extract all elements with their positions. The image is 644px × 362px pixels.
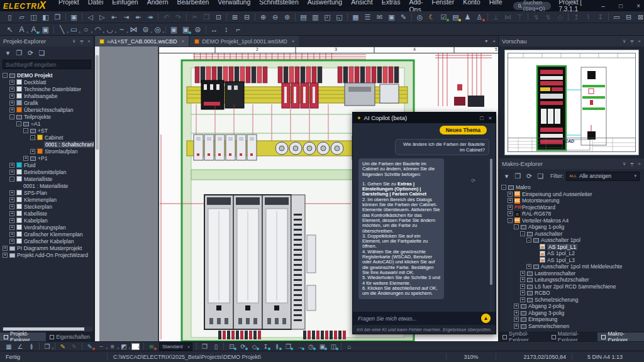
expand-icon[interactable]: + [9,218,14,223]
zoom-in-icon[interactable]: ⊕ [257,12,269,22]
project-tree-item[interactable]: +Steckerplan [0,203,94,210]
send-button[interactable]: ▲ [481,314,491,323]
hatch-fill-icon[interactable]: ◩ [118,343,130,351]
expand-icon[interactable]: + [9,211,14,216]
selection-icon[interactable]: ⊠ [635,12,644,22]
cross-reference-icon[interactable]: ◱ [333,12,345,22]
curve-tool-icon[interactable]: ~ [116,25,128,35]
project-tree-item[interactable]: -Teilprojekte [0,113,94,120]
snap-dim-icon[interactable]: ≬ [271,343,282,351]
table-icon[interactable]: ▦ [350,12,362,22]
ellipse-tool-icon[interactable]: ⊜ [140,25,152,35]
project-tree-item[interactable]: +SPS-Plan [0,189,94,196]
copilot-input[interactable]: Fragen Sie mich etwas... [358,315,417,322]
expand-icon[interactable]: + [514,310,519,315]
frame-split-icon[interactable]: ⊟ [623,12,635,22]
next-sheet-icon[interactable]: ↠ [144,12,156,22]
panel-tab-projekt-explorer[interactable]: Projekt-Explorer [0,332,46,341]
line-tool-icon[interactable]: ╲ [56,25,68,35]
expand-icon[interactable]: + [3,253,8,258]
makro-tree-item[interactable]: ▦AS 1pol_L2 [499,250,644,257]
panel-tab-eigenschaften[interactable]: Eigenschaften [46,332,94,341]
pen-color-icon[interactable]: ✎ [84,343,96,351]
pin-icon[interactable]: ┯ [631,38,634,44]
close-panel-icon[interactable]: × [87,38,91,44]
text-variable-tool-icon[interactable]: A [28,25,40,35]
zoom-out-icon[interactable]: ⊖ [269,12,281,22]
report-icon[interactable]: ▤ [297,12,309,22]
makro-tree-item[interactable]: -Ausschalter 1pol [499,237,644,244]
dark-mode-icon[interactable]: ☾ [426,12,438,22]
layers-icon[interactable]: ☰ [362,12,374,22]
expand-icon[interactable]: + [3,246,8,251]
makro-tree-item[interactable]: -EEVerteiler-Makros A4 [499,217,644,224]
copilot-maximize-icon[interactable]: □ [480,115,483,121]
export-document-icon[interactable]: ▤ [450,12,462,22]
image-insert-icon[interactable]: ▣ [40,25,52,35]
expand-icon[interactable]: + [514,324,519,329]
pin-icon[interactable]: ┯ [631,161,634,167]
makro-tree-item[interactable]: +Lasttrennschalter [499,270,644,277]
document-tab[interactable]: =A1+ST_CAB.0001.wsCBD× [95,36,189,47]
picture-frame-icon[interactable]: ▣ [168,25,180,35]
prev-sheet-icon[interactable]: ↞ [132,12,144,22]
page-forward-icon[interactable]: ▷ [96,12,108,22]
project-tree-item[interactable]: -Cabinet [0,134,94,141]
expand-icon[interactable]: + [9,204,14,209]
paste-icon[interactable]: ⊡ [213,12,225,22]
collapse-icon[interactable]: - [501,185,506,190]
project-tree-item[interactable]: +Fluid [0,162,94,168]
expand-icon[interactable]: + [520,297,525,302]
project-tree-item[interactable]: +Projekt Add-On ProjectWizard [0,251,94,258]
makro-tree-item[interactable]: +RCBO [499,290,644,297]
project-tree-item[interactable]: +Verdrahtungsplan [0,224,94,231]
close-tab-icon[interactable]: × [182,38,185,44]
makro-tree-item[interactable]: +PWProjectWizard [499,204,644,211]
expand-icon[interactable]: + [9,101,14,106]
close-tab-icon[interactable]: × [292,38,295,44]
chevron-down-icon[interactable]: ∨ [72,38,76,44]
makro-tree-item[interactable]: -Abgang 1-polig [499,224,644,231]
project-search-input[interactable]: Suchbegriff eingeben [3,60,91,69]
project-tree-item[interactable]: +Übersichtsschaltplan [0,106,94,113]
expand-icon[interactable]: + [9,94,14,99]
dim-vertical-icon[interactable]: ↕ [220,25,232,35]
new-document-icon[interactable]: ▯ [4,12,16,22]
project-tree-item[interactable]: ++P1 [0,155,94,162]
collapse-all-icon[interactable]: ❐ [14,48,25,58]
maximize-button[interactable]: □ [612,0,630,11]
regenerate-icon[interactable]: ⟳ [471,178,475,184]
angle-tool-icon[interactable]: ∠ [14,343,26,351]
expand-icon[interactable]: + [508,198,513,203]
minimize-button[interactable]: – [594,0,612,11]
project-tree-item[interactable]: +Deckblatt [0,79,94,85]
expand-icon[interactable]: + [23,156,28,161]
expand-icon[interactable]: + [520,277,525,282]
height-dim-icon[interactable]: ≬ [26,343,37,351]
new-topic-button[interactable]: Neues Thema [440,126,487,134]
snap-arrow-icon[interactable]: → [294,343,305,351]
project-tree-item[interactable]: +Kabelplan [0,217,94,224]
polyline-tool-icon[interactable]: ⋈ [128,25,140,35]
picture-edit-icon[interactable]: ▣ [180,25,192,35]
ellipse-select-icon[interactable]: ⊜ [192,25,204,35]
project-tree-item[interactable]: 0001 : Materialliste [0,182,94,189]
copilot-scrollbar[interactable] [490,158,492,312]
makro-tree-item[interactable]: +EEEinspeisung und Aussenleiter [499,191,644,198]
snap-rotate-icon[interactable]: ⟳ [237,343,248,351]
check-document-icon[interactable]: ☑ [438,12,450,22]
zoom-window-icon[interactable]: ⊞ [229,12,241,22]
makro-tree-item[interactable]: -Ausschalter [499,231,644,238]
view-dropdown-icon[interactable]: ▾ [3,48,13,58]
panel-tab-symbol-explorer[interactable]: Symbol-Explorer [499,332,548,341]
close-panel-icon[interactable]: × [638,161,641,167]
expand-icon[interactable]: + [9,80,14,85]
copy-format-icon[interactable]: ❐ [42,343,53,351]
expand-icon[interactable]: + [9,232,14,237]
zoom-sheet-icon[interactable]: ⊟ [241,12,253,22]
expand-icon[interactable]: + [520,290,525,295]
expand-icon[interactable]: + [526,264,531,269]
visibility-icon[interactable]: ◎ [414,12,426,22]
select-tool-icon[interactable]: ↖ [4,25,16,35]
expand-icon[interactable]: + [9,225,14,230]
